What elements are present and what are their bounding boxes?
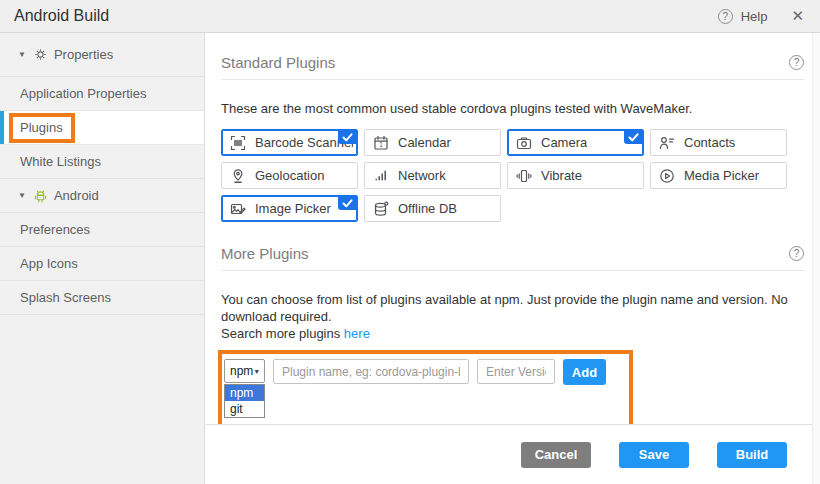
plugin-tile-calendar[interactable]: 1Calendar [364,129,501,156]
plugin-tile-label: Camera [541,135,587,150]
barcode-scanner-icon [230,135,246,151]
android-icon [34,189,47,203]
plugin-tile-geolocation[interactable]: Geolocation [221,162,358,189]
chevron-down-icon: ▼ [253,368,260,375]
offline-db-icon [373,201,389,217]
media-picker-icon [659,168,675,184]
chevron-down-icon: ▼ [18,50,26,59]
search-plugins-link[interactable]: here [344,326,370,341]
checked-badge-icon [624,130,643,144]
chevron-down-icon: ▼ [18,191,26,200]
plugin-tile-vibrate[interactable]: Vibrate [507,162,644,189]
image-picker-icon [230,201,246,217]
sidebar-item-label: Plugins [20,120,63,135]
build-button[interactable]: Build [717,442,787,468]
more-plugins-description: You can choose from list of plugins avai… [221,291,804,342]
vibrate-icon [516,168,532,184]
sidebar-item-application-properties[interactable]: Application Properties [0,77,204,111]
plugin-tile-label: Network [398,168,446,183]
plugin-tile-label: Image Picker [255,201,331,216]
plugin-tile-barcode-scanner[interactable]: Barcode Scanner [221,129,358,156]
sidebar-item-android[interactable]: ▼Android [0,179,204,213]
standard-plugins-title: Standard Plugins [221,54,335,71]
divider [221,79,804,80]
svg-text:1: 1 [379,141,383,148]
sidebar-item-app-icons[interactable]: App Icons [0,247,204,281]
plugin-tile-label: Media Picker [684,168,759,183]
sidebar-item-splash-screens[interactable]: Splash Screens [0,281,204,315]
plugin-tile-label: Offline DB [398,201,457,216]
plugin-tile-contacts[interactable]: Contacts [650,129,787,156]
footer: Cancel Save Build [206,424,812,484]
sidebar-item-preferences[interactable]: Preferences [0,213,204,247]
checked-badge-icon [338,196,357,210]
source-option-git[interactable]: git [225,401,264,417]
plugin-tile-network[interactable]: Network [364,162,501,189]
plugin-tile-label: Calendar [398,135,451,150]
save-button[interactable]: Save [619,442,689,468]
help-icon[interactable]: ? [718,9,733,24]
contacts-icon [659,135,675,151]
standard-plugins-description: These are the most common used stable co… [221,100,804,117]
sidebar-item-plugins[interactable]: Plugins [0,111,204,145]
standard-plugins-help-icon[interactable]: ? [789,55,804,70]
network-icon [373,168,389,184]
sidebar-item-label: Properties [54,47,113,62]
cancel-button[interactable]: Cancel [521,442,591,468]
divider [221,270,804,271]
calendar-icon: 1 [373,135,389,151]
plugin-source-options: npmgit [224,384,265,418]
sidebar-item-label: Android [54,188,99,203]
dialog-title: Android Build [14,7,109,25]
add-plugin-button[interactable]: Add [563,359,606,385]
plugin-name-input[interactable] [273,359,469,384]
plugin-source-select[interactable]: npm ▼ [224,359,265,383]
close-icon[interactable]: ✕ [791,7,804,25]
plugin-tile-offline-db[interactable]: Offline DB [364,195,501,222]
help-link[interactable]: Help [741,9,768,24]
sidebar-item-properties[interactable]: ▼Properties [0,33,204,77]
source-option-npm[interactable]: npm [225,385,264,401]
sidebar-item-label: Splash Screens [20,290,111,305]
gear-icon [34,48,47,61]
plugin-tile-label: Geolocation [255,168,324,183]
plugin-tile-camera[interactable]: Camera [507,129,644,156]
plugin-tile-label: Contacts [684,135,735,150]
sidebar: ▼PropertiesApplication PropertiesPlugins… [0,33,205,484]
dialog-header: Android Build ? Help ✕ [0,0,820,33]
sidebar-item-label: App Icons [20,256,78,271]
sidebar-item-label: Preferences [20,222,90,237]
plugin-version-input[interactable] [477,359,555,384]
sidebar-item-white-listings[interactable]: White Listings [0,145,204,179]
sidebar-item-label: Application Properties [20,86,146,101]
sidebar-item-label: White Listings [20,154,101,169]
more-plugins-help-icon[interactable]: ? [789,246,804,261]
plugin-tile-image-picker[interactable]: Image Picker [221,195,358,222]
more-plugins-title: More Plugins [221,245,309,262]
scrollbar[interactable] [812,33,820,484]
plugin-tile-label: Vibrate [541,168,582,183]
plugin-grid: Barcode Scanner1CalendarCameraContactsGe… [221,129,787,222]
checked-badge-icon [338,130,357,144]
camera-icon [516,135,532,151]
plugin-tile-media-picker[interactable]: Media Picker [650,162,787,189]
geolocation-icon [230,168,246,184]
add-plugin-annotation-box: npm ▼ npmgit Add [218,350,633,430]
main-content: Standard Plugins ? These are the most co… [206,33,812,484]
